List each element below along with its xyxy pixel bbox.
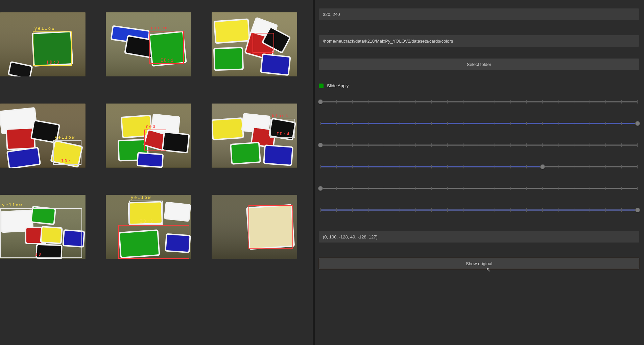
svg-rect-97: [165, 203, 190, 221]
size-input[interactable]: [319, 8, 639, 20]
thumbnail[interactable]: yellowID:3: [0, 12, 86, 76]
side-panel: Select folder Slide Apply Show original …: [315, 0, 644, 345]
svg-rect-58: [138, 154, 162, 167]
thumbnail[interactable]: greenID:1: [106, 12, 191, 76]
svg-rect-101: [166, 235, 189, 252]
svg-text:ID:4: ID:4: [277, 132, 290, 137]
show-original-button[interactable]: Show original: [319, 258, 639, 269]
thumbnail[interactable]: yellowID: [0, 195, 86, 259]
svg-rect-99: [120, 231, 159, 257]
svg-rect-85: [42, 227, 62, 243]
threshold-slider-1[interactable]: [319, 121, 639, 126]
thumbnail[interactable]: yellowID:: [0, 104, 86, 168]
thumbnail[interactable]: yellowID:3: [106, 195, 191, 259]
thumbnail[interactable]: blackID:4: [212, 104, 297, 168]
thumbnail-grid: yellowID:3greenID:1yellowID:redblackID:4…: [0, 0, 313, 271]
lab-threshold-sliders: [319, 99, 639, 212]
svg-rect-63: [212, 119, 243, 139]
threshold-slider-5[interactable]: [319, 208, 639, 212]
svg-rect-36: [7, 129, 34, 149]
svg-text:yellow: yellow: [131, 196, 151, 200]
svg-rect-71: [231, 143, 260, 163]
svg-rect-73: [264, 146, 292, 164]
svg-text:red: red: [146, 124, 156, 129]
slide-apply-checkbox[interactable]: Slide Apply: [319, 83, 639, 88]
thumbnail[interactable]: red: [106, 104, 191, 168]
svg-text:black: black: [272, 114, 289, 118]
svg-text:ID: ID: [35, 252, 42, 257]
svg-rect-24: [215, 48, 242, 70]
svg-text:green: green: [151, 26, 168, 30]
checkbox-icon: [319, 84, 324, 88]
threshold-slider-2[interactable]: [319, 143, 639, 147]
thumbnail[interactable]: [212, 195, 297, 259]
threshold-slider-3[interactable]: [319, 164, 639, 169]
svg-text:yellow: yellow: [55, 135, 75, 140]
svg-text:yellow: yellow: [34, 26, 55, 31]
svg-text:ID:: ID:: [61, 159, 72, 164]
select-folder-button[interactable]: Select folder: [319, 59, 639, 70]
svg-rect-56: [163, 133, 189, 152]
svg-rect-87: [64, 231, 84, 246]
svg-rect-81: [32, 207, 55, 224]
svg-rect-30: [262, 55, 290, 74]
threshold-slider-4[interactable]: [319, 186, 639, 191]
svg-text:yellow: yellow: [2, 203, 23, 208]
svg-text:ID:3: ID:3: [140, 219, 154, 224]
threshold-slider-0[interactable]: [319, 99, 639, 104]
svg-text:ID:3: ID:3: [46, 60, 60, 65]
svg-text:ID:1: ID:1: [161, 58, 174, 63]
svg-rect-20: [215, 20, 249, 43]
thumbnail[interactable]: [212, 12, 297, 76]
folder-path-input[interactable]: [319, 35, 639, 47]
thresholds-input[interactable]: [319, 231, 639, 243]
slide-apply-label: Slide Apply: [327, 83, 349, 88]
svg-rect-108: [247, 206, 293, 249]
